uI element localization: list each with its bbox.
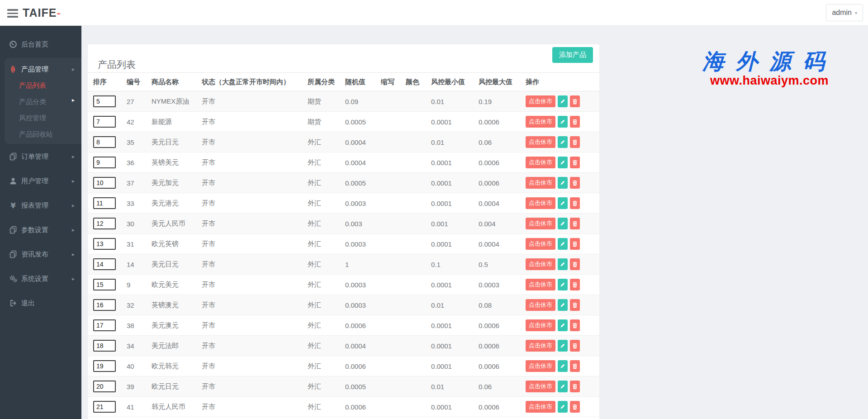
- delete-button[interactable]: [570, 279, 580, 290]
- sidebar-item-report-management[interactable]: ¥报表管理▸: [0, 197, 81, 214]
- sort-input[interactable]: [93, 258, 116, 270]
- sidebar-item-product-category[interactable]: 产品分类: [5, 94, 81, 110]
- sort-input[interactable]: [93, 299, 116, 311]
- close-market-button[interactable]: 点击休市: [526, 95, 555, 107]
- admin-menu-button[interactable]: admin ▾: [826, 4, 863, 21]
- close-market-button[interactable]: 点击休市: [526, 238, 555, 250]
- delete-button[interactable]: [570, 157, 580, 168]
- chevron-right-icon: ▸: [72, 153, 75, 160]
- sidebar-item-product-list[interactable]: 产品列表: [5, 77, 81, 94]
- sort-input[interactable]: [93, 116, 116, 128]
- add-product-button[interactable]: 添加产品: [552, 47, 593, 63]
- sort-input[interactable]: [93, 218, 116, 229]
- sort-input[interactable]: [93, 136, 116, 148]
- trash-icon: [572, 363, 578, 369]
- edit-button[interactable]: [558, 95, 568, 107]
- close-market-button[interactable]: 点击休市: [526, 116, 555, 128]
- sort-input[interactable]: [93, 95, 116, 107]
- sort-input[interactable]: [93, 238, 116, 250]
- sidebar-item-user-management[interactable]: 用户管理▸: [0, 173, 81, 189]
- sidebar-item-parameter-settings[interactable]: 参数设置▸: [0, 222, 81, 238]
- close-market-button[interactable]: 点击休市: [526, 279, 555, 290]
- edit-button[interactable]: [558, 381, 568, 392]
- cell-risk_max: 0.19: [479, 91, 526, 112]
- menu-toggle-icon[interactable]: [7, 9, 18, 17]
- sort-input[interactable]: [93, 381, 116, 392]
- delete-button[interactable]: [570, 218, 580, 229]
- edit-button[interactable]: [558, 116, 568, 128]
- sort-input[interactable]: [93, 360, 116, 372]
- close-market-button[interactable]: 点击休市: [526, 381, 555, 392]
- delete-button[interactable]: [570, 381, 580, 392]
- close-market-button[interactable]: 点击休市: [526, 218, 555, 229]
- delete-button[interactable]: [570, 401, 580, 413]
- edit-button[interactable]: [558, 401, 568, 413]
- sidebar-item-dashboard-home[interactable]: 后台首页: [0, 36, 81, 52]
- edit-button[interactable]: [558, 340, 568, 352]
- close-market-button[interactable]: 点击休市: [526, 157, 555, 168]
- sort-input[interactable]: [93, 319, 116, 331]
- sort-input[interactable]: [93, 157, 116, 168]
- close-market-button[interactable]: 点击休市: [526, 401, 555, 413]
- delete-button[interactable]: [570, 177, 580, 189]
- edit-button[interactable]: [558, 238, 568, 250]
- cell-actions: 点击休市: [526, 234, 599, 254]
- edit-button[interactable]: [558, 157, 568, 168]
- close-market-button[interactable]: 点击休市: [526, 299, 555, 311]
- sidebar-item-risk-management[interactable]: 风控管理: [5, 110, 81, 126]
- edit-button[interactable]: [558, 319, 568, 331]
- delete-button[interactable]: [570, 360, 580, 372]
- delete-button[interactable]: [570, 197, 580, 209]
- sidebar-item-product-recycle-bin[interactable]: 产品回收站: [5, 126, 81, 143]
- sidebar-item-news-publish[interactable]: 资讯发布▸: [0, 246, 81, 262]
- close-market-button[interactable]: 点击休市: [526, 197, 555, 209]
- svg-text:B: B: [11, 66, 15, 73]
- close-market-button[interactable]: 点击休市: [526, 360, 555, 372]
- table-row: 42新能源开市期货0.00050.00010.0006点击休市: [88, 112, 599, 132]
- edit-button[interactable]: [558, 177, 568, 189]
- sidebar-item-system-settings[interactable]: 系统设置▸: [0, 271, 81, 287]
- cell-random: 0.0004: [345, 336, 381, 356]
- close-market-button[interactable]: 点击休市: [526, 258, 555, 270]
- close-market-button[interactable]: 点击休市: [526, 319, 555, 331]
- close-market-button[interactable]: 点击休市: [526, 177, 555, 189]
- delete-button[interactable]: [570, 95, 580, 107]
- delete-button[interactable]: [570, 299, 580, 311]
- cell-category: 外汇: [308, 193, 345, 214]
- edit-button[interactable]: [558, 218, 568, 229]
- watermark-url: www.haiwaiym.com: [701, 74, 838, 88]
- edit-button[interactable]: [558, 258, 568, 270]
- sidebar-item-logout[interactable]: 退出: [0, 295, 81, 311]
- table-row: 38美元澳元开市外汇0.00060.00010.0006点击休市: [88, 315, 599, 336]
- edit-button[interactable]: [558, 360, 568, 372]
- sidebar-item-order-management[interactable]: 订单管理▸: [0, 148, 81, 165]
- edit-button[interactable]: [558, 299, 568, 311]
- sort-input[interactable]: [93, 279, 116, 290]
- delete-button[interactable]: [570, 116, 580, 128]
- pencil-icon: [560, 343, 565, 348]
- delete-button[interactable]: [570, 136, 580, 148]
- cell-status: 开市: [202, 376, 308, 397]
- pencil-icon: [560, 262, 565, 267]
- sort-input[interactable]: [93, 197, 116, 209]
- delete-button[interactable]: [570, 319, 580, 331]
- cell-id: 33: [127, 193, 152, 214]
- edit-button[interactable]: [558, 279, 568, 290]
- sidebar-item-product-management[interactable]: B产品管理▸: [5, 61, 81, 77]
- cell-status: 开市: [202, 173, 308, 193]
- delete-button[interactable]: [570, 238, 580, 250]
- edit-button[interactable]: [558, 136, 568, 148]
- cell-random: 0.0006: [345, 315, 381, 336]
- pencil-icon: [560, 282, 565, 287]
- delete-button[interactable]: [570, 258, 580, 270]
- close-market-button[interactable]: 点击休市: [526, 136, 555, 148]
- pencil-icon: [560, 139, 565, 145]
- sort-input[interactable]: [93, 177, 116, 189]
- pencil-icon: [560, 404, 565, 409]
- delete-button[interactable]: [570, 340, 580, 352]
- sort-input[interactable]: [93, 401, 116, 413]
- cell-id: 35: [127, 132, 152, 152]
- close-market-button[interactable]: 点击休市: [526, 340, 555, 352]
- sort-input[interactable]: [93, 340, 116, 352]
- edit-button[interactable]: [558, 197, 568, 209]
